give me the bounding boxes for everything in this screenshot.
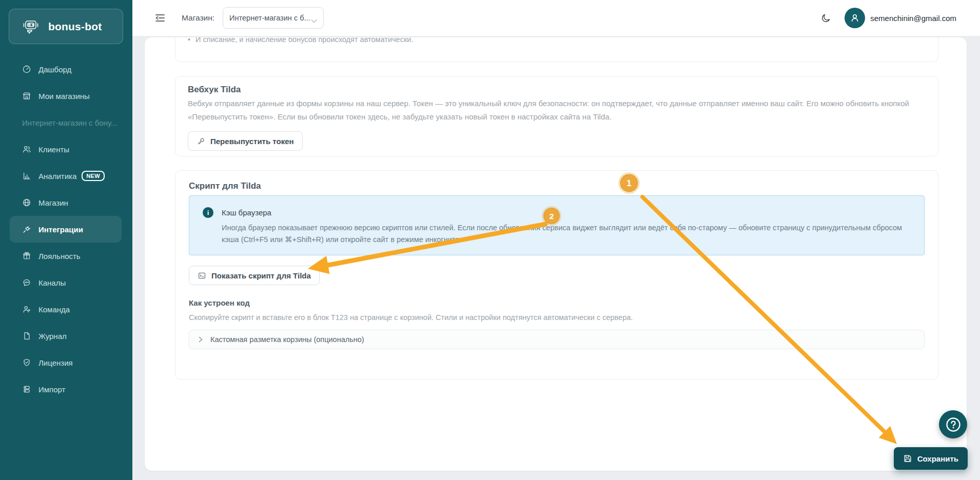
question-icon [946,417,961,432]
import-icon [22,385,31,394]
sidebar-item-label: Импорт [38,385,65,394]
sidebar-section-store-name: Интернет-магазин с бону... [0,109,132,136]
save-button[interactable]: Сохранить [894,447,968,470]
bullet-line: •И списание, и начисление бонусов происх… [188,37,413,44]
sidebar-item-label: Команда [38,305,70,314]
sidebar-item-channels[interactable]: Каналы [0,269,132,296]
bullet-text: И списание, и начисление бонусов происхо… [195,37,413,44]
stores-icon [22,91,31,101]
sidebar-item-my-stores[interactable]: Мои магазины [0,83,132,109]
accordion-label: Кастомная разметка корзины (опционально) [210,335,364,344]
avatar[interactable] [845,8,865,28]
content-area: •И списание, и начисление бонусов происх… [132,36,980,480]
sidebar-item-dashboard[interactable]: Дашборд [0,56,132,83]
dashboard-icon [22,65,31,74]
sidebar-item-journal[interactable]: Журнал [0,323,132,349]
how-code-title: Как устроен код [189,298,925,307]
topbar-right: semenchinin@gmail.com [821,8,956,28]
info-text: Иногда браузер показывает прежнюю версию… [222,222,914,246]
sidebar-item-analytics[interactable]: Аналитика NEW [0,163,132,189]
clients-icon [22,145,31,154]
sidebar-item-label: Интеграции [38,225,83,234]
save-label: Сохранить [917,454,958,463]
store-label: Магазин: [182,13,214,23]
cache-info-box: i Кэш браузера Иногда браузер показывает… [189,195,925,255]
terminal-icon [198,271,206,280]
chevron-right-icon [199,336,203,343]
topbar: Магазин: Интернет-магазин с б... semench… [132,0,980,36]
sidebar-item-label: Дашборд [38,65,71,74]
new-badge: NEW [82,171,105,181]
clipped-card: •И списание, и начисление бонусов происх… [175,37,938,62]
sidebar-item-label: Лицензия [38,358,73,367]
sidebar-item-label: Аналитика [38,172,76,181]
sidebar-item-import[interactable]: Импорт [0,376,132,403]
sidebar-item-label: Журнал [38,332,67,341]
how-code-text: Скопируйте скрипт и вставьте его в блок … [189,312,925,323]
globe-icon [22,198,31,207]
chevron-down-icon [311,16,317,20]
brand-logo[interactable]: bonus-bot [9,9,123,44]
sidebar-item-integrations[interactable]: Интеграции [10,216,122,243]
sidebar-item-label: Клиенты [38,145,69,154]
sidebar-nav: Дашборд Мои магазины Интернет-магазин с … [0,56,132,403]
sidebar-item-team[interactable]: Команда [0,296,132,323]
show-script-button[interactable]: Показать скрипт для Tilda [189,266,320,285]
custom-markup-accordion[interactable]: Кастомная разметка корзины (опционально) [189,330,925,349]
collapse-sidebar-icon[interactable] [154,12,166,24]
shield-icon [22,358,31,367]
save-icon [903,454,912,463]
sidebar-item-label: Каналы [38,278,66,287]
script-card-title: Скрипт для Tilda [189,181,925,191]
user-icon [849,12,860,24]
bullet-mark: • [188,37,190,44]
script-card: Скрипт для Tilda i Кэш браузера Иногда б… [175,170,938,379]
sidebar: bonus-bot Дашборд Мои магазины Интернет-… [0,0,132,480]
webhook-card-description: Вебхук отправляет данные из формы корзин… [188,97,926,124]
sidebar-item-license[interactable]: Лицензия [0,349,132,376]
info-icon: i [203,207,213,218]
sidebar-item-label: Мои магазины [38,92,90,101]
chat-icon [22,278,31,287]
sidebar-item-shop[interactable]: Магазин [0,189,132,216]
dark-mode-icon[interactable] [821,13,831,23]
sidebar-item-loyalty[interactable]: Лояльность [0,243,132,269]
show-script-label: Показать скрипт для Tilda [211,271,311,280]
user-email[interactable]: semenchinin@gmail.com [870,14,956,23]
sidebar-item-label: Лояльность [38,252,81,261]
sidebar-item-label: Магазин [38,198,68,207]
brand-name: bonus-bot [48,21,102,33]
gift-icon [22,251,31,261]
settings-panel: •И списание, и начисление бонусов происх… [145,37,967,471]
analytics-icon [22,171,31,181]
webhook-card-title: Вебхук Tilda [188,85,926,95]
store-select[interactable]: Интернет-магазин с б... [223,7,324,29]
sidebar-item-clients[interactable]: Клиенты [0,136,132,163]
reissue-token-button[interactable]: Перевыпустить токен [188,131,303,151]
app-window: bonus-bot Дашборд Мои магазины Интернет-… [0,0,980,480]
key-icon [197,137,205,146]
webhook-card: Вебхук Tilda Вебхук отправляет данные из… [175,76,938,156]
document-icon [22,331,31,341]
help-button[interactable] [939,410,967,438]
team-icon [22,305,31,314]
info-title: Кэш браузера [222,208,271,217]
reissue-token-label: Перевыпустить токен [210,137,294,146]
robot-icon [21,16,41,37]
store-select-value: Интернет-магазин с б... [229,14,311,22]
plug-icon [22,225,31,234]
